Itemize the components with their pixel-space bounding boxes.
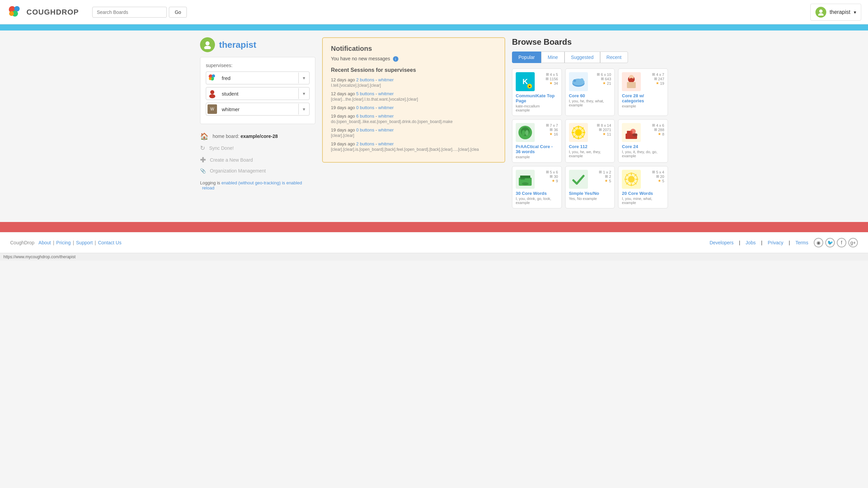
session-user-link[interactable]: whitmer — [378, 114, 394, 119]
footer-link-terms[interactable]: Terms — [795, 240, 808, 245]
footer-link-developers[interactable]: Developers — [710, 240, 734, 245]
board-card-yesno[interactable]: ⊞ 1 x 2 ⊞ 2 ★ 5 Simple Yes/No Yes, No ex… — [565, 166, 615, 208]
board-name-core60: Core 60 — [569, 93, 611, 98]
footer-link-about[interactable]: About — [39, 240, 51, 245]
svg-point-3 — [9, 11, 14, 16]
board-card-core60[interactable]: ⊞ 6 x 10 ⊞ 643 ★ 21 Core 60 I, you, he, … — [565, 68, 615, 116]
svg-point-4 — [819, 9, 823, 13]
facebook-icon[interactable]: f — [837, 238, 846, 247]
info-icon: i — [393, 56, 398, 62]
footer-link-contact[interactable]: Contact Us — [98, 240, 121, 245]
org-management-row[interactable]: 📎 Organization Management — [200, 166, 315, 176]
session-user-link[interactable]: whitmer — [378, 77, 394, 82]
search-button[interactable]: Go — [169, 7, 187, 18]
footer-link-support[interactable]: Support — [76, 240, 93, 245]
session-buttons-link[interactable]: 0 buttons — [356, 105, 374, 110]
board-desc-core28: example — [622, 104, 664, 108]
home-board-link[interactable]: example/core-28 — [241, 134, 278, 139]
footer-link-pricing[interactable]: Pricing — [56, 240, 71, 245]
home-icon: 🏠 — [200, 132, 209, 140]
browse-boards-title: Browse Boards — [512, 37, 668, 47]
board-thumb-core60 — [569, 72, 588, 91]
board-card-core28[interactable]: ⊞ 4 x 7 ⊞ 247 ★ 19 Core 28 w/ categories… — [618, 68, 668, 116]
tab-popular[interactable]: Popular — [512, 52, 541, 63]
search-input[interactable] — [92, 7, 167, 18]
sync-row: ↻ Sync Done! — [200, 142, 315, 154]
create-board-row[interactable]: ✚ Create a New Board — [200, 154, 315, 166]
session-user-link[interactable]: whitmer — [378, 141, 394, 146]
create-board-icon: ✚ — [200, 156, 206, 164]
board-meta-20core: ⊞ 5 x 4 ⊞ 20 ★ 5 — [652, 170, 664, 183]
svg-point-13 — [209, 94, 215, 98]
session-buttons-link[interactable]: 5 buttons — [356, 91, 374, 96]
tab-mine[interactable]: Mine — [541, 52, 564, 63]
supervisee-dropdown-whitmer[interactable]: ▾ — [298, 104, 309, 115]
session-user-link[interactable]: whitmer — [378, 105, 394, 110]
sync-label: Sync Done! — [209, 145, 234, 151]
board-card-core112[interactable]: ⊞ 8 x 14 ⊞ 2071 ★ 11 Core 112 I, you, he… — [565, 119, 615, 163]
board-desc-core112: I, you, he, we, they, example — [569, 150, 611, 158]
session-row: 19 days ago 6 buttons - whitmer do.[open… — [331, 114, 496, 124]
rss-icon[interactable]: ◉ — [814, 238, 823, 247]
supervisee-dropdown-fred[interactable]: ▾ — [298, 73, 309, 83]
board-meta-core60: ⊞ 6 x 10 ⊞ 643 ★ 21 — [597, 72, 611, 85]
logging-status: Logging is enabled (without geo-tracking… — [200, 180, 315, 190]
board-card-core24[interactable]: ⊞ 4 x 6 ⊞ 288 ★ 8 Core 24 I, you, it, th… — [618, 119, 668, 163]
board-meta-communikate: ⊞ 4 x 5 ⊞ 1156 ★ 34 — [546, 72, 558, 85]
googleplus-icon[interactable]: g+ — [848, 238, 858, 247]
main-content: therapist supervisees: fred ▾ — [190, 30, 678, 215]
supervisee-name-student: student — [218, 88, 298, 99]
recent-sessions-title: Recent Sessions for supervisees — [331, 67, 496, 73]
whitmer-avatar: W — [208, 104, 217, 114]
board-thumb-communikate: K ★ — [516, 72, 535, 91]
board-thumb-core24 — [622, 123, 641, 142]
no-messages-text: You have no new messages i — [331, 56, 496, 62]
supervisee-icon-student — [206, 87, 218, 100]
board-card-praactical[interactable]: ⊞ 7 x 7 ⊞ 36 ★ 16 PrAACtical Core - 36 w… — [512, 119, 562, 163]
board-name-30core: 30 Core Words — [516, 191, 558, 196]
session-user-link[interactable]: whitmer — [378, 91, 394, 96]
session-buttons-link[interactable]: 6 buttons — [356, 114, 374, 119]
board-meta-core28: ⊞ 4 x 7 ⊞ 247 ★ 19 — [652, 72, 664, 85]
user-menu[interactable]: therapist ▾ — [810, 4, 861, 21]
search-area: Go — [92, 7, 187, 18]
board-desc-communikate: example — [516, 108, 558, 112]
session-row: 19 days ago 0 buttons - whitmer — [331, 105, 496, 110]
board-desc-20core: I, you, mine, what, example — [622, 197, 664, 205]
session-row: 19 days ago 2 buttons - whitmer [clear].… — [331, 141, 496, 152]
logo-area[interactable]: COUGHDROP — [7, 4, 79, 20]
board-thumb-core112 — [569, 123, 588, 142]
tab-recent[interactable]: Recent — [600, 52, 628, 63]
session-buttons-link[interactable]: 2 buttons — [356, 141, 374, 146]
board-card-communikate[interactable]: K ★ ⊞ 4 x 5 ⊞ 1156 ★ 34 CommuniKate Top … — [512, 68, 562, 116]
board-desc-yesno: Yes, No example — [569, 197, 611, 201]
session-buttons-link[interactable]: 2 buttons — [356, 77, 374, 82]
board-meta-yesno: ⊞ 1 x 2 ⊞ 2 ★ 5 — [599, 170, 611, 183]
supervisee-icon-whitmer: W — [206, 103, 218, 115]
footer-link-privacy[interactable]: Privacy — [768, 240, 783, 245]
twitter-icon[interactable]: 🐦 — [825, 238, 835, 247]
reload-link[interactable]: reload — [202, 185, 214, 190]
home-board-text: home board: example/core-28 — [213, 134, 278, 139]
supervisee-dropdown-student[interactable]: ▾ — [298, 88, 309, 99]
svg-point-28 — [522, 130, 525, 136]
supervisee-row-student[interactable]: student ▾ — [206, 87, 310, 100]
left-sidebar: therapist supervisees: fred ▾ — [200, 37, 315, 208]
session-row: 12 days ago 5 buttons - whitmer [clear].… — [331, 91, 496, 102]
supervisee-row-fred[interactable]: fred ▾ — [206, 72, 310, 84]
boards-grid: K ★ ⊞ 4 x 5 ⊞ 1156 ★ 34 CommuniKate Top … — [512, 68, 668, 208]
user-name: therapist — [830, 9, 850, 15]
session-user-link[interactable]: whitmer — [378, 127, 394, 133]
session-row: 19 days ago 0 buttons - whitmer [clear].… — [331, 127, 496, 138]
board-card-30core[interactable]: ⊞ 5 x 6 ⊞ 30 ★ 9 30 Core Words I, you, d… — [512, 166, 562, 208]
session-buttons-link[interactable]: 0 buttons — [356, 127, 374, 133]
board-card-20core[interactable]: ⊞ 5 x 4 ⊞ 20 ★ 5 20 Core Words I, you, m… — [618, 166, 668, 208]
board-meta-core112: ⊞ 8 x 14 ⊞ 2071 ★ 11 — [597, 123, 611, 136]
user-avatar-icon — [815, 7, 826, 18]
svg-text:★: ★ — [528, 85, 531, 88]
logging-link[interactable]: enabled (without geo-tracking) is enable… — [221, 180, 302, 185]
tab-suggested[interactable]: Suggested — [565, 52, 600, 63]
svg-point-11 — [209, 77, 212, 80]
footer-link-jobs[interactable]: Jobs — [746, 240, 756, 245]
supervisee-row-whitmer[interactable]: W whitmer ▾ — [206, 103, 310, 116]
